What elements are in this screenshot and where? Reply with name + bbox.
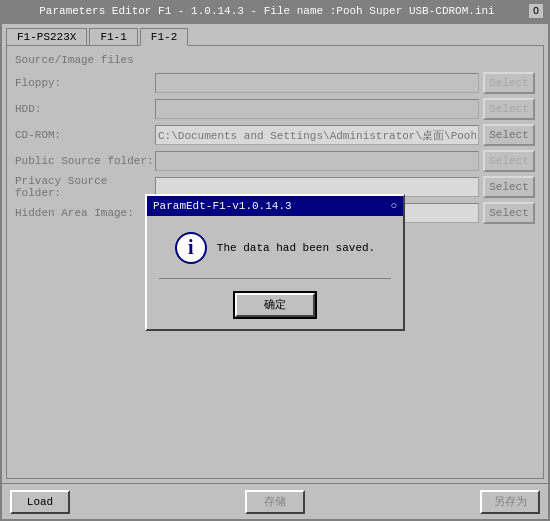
dialog-title-icon: ○ bbox=[390, 200, 397, 212]
save-as-button[interactable]: 另存为 bbox=[480, 490, 540, 514]
tab-f1-1[interactable]: F1-1 bbox=[89, 28, 137, 45]
dialog-message-row: i The data had been saved. bbox=[175, 232, 375, 264]
content-area: Source/Image files Floppy: Select HDD: S… bbox=[6, 45, 544, 479]
dialog-overlay: ParamEdt-F1-v1.0.14.3 ○ i The data had b… bbox=[7, 46, 543, 478]
close-button[interactable]: O bbox=[528, 3, 544, 19]
bottom-bar: Load 存储 另存为 bbox=[2, 483, 548, 519]
dialog-message: The data had been saved. bbox=[217, 242, 375, 254]
title-text: Parameters Editor F1 - 1.0.14.3 - File n… bbox=[6, 5, 528, 17]
dialog-title-text: ParamEdt-F1-v1.0.14.3 bbox=[153, 200, 292, 212]
dialog-title-bar: ParamEdt-F1-v1.0.14.3 ○ bbox=[147, 196, 403, 216]
load-button[interactable]: Load bbox=[10, 490, 70, 514]
save-button[interactable]: 存储 bbox=[245, 490, 305, 514]
info-icon: i bbox=[175, 232, 207, 264]
dialog-content: i The data had been saved. 确定 bbox=[147, 216, 403, 329]
main-window: F1-PS223X F1-1 F1-2 Source/Image files F… bbox=[0, 22, 550, 521]
dialog-ok-button[interactable]: 确定 bbox=[235, 293, 315, 317]
tab-f1-ps223x[interactable]: F1-PS223X bbox=[6, 28, 87, 45]
tab-bar: F1-PS223X F1-1 F1-2 bbox=[2, 24, 548, 45]
tab-f1-2[interactable]: F1-2 bbox=[140, 28, 188, 46]
title-bar: Parameters Editor F1 - 1.0.14.3 - File n… bbox=[0, 0, 550, 22]
dialog-buttons: 确定 bbox=[235, 293, 315, 317]
dialog-box: ParamEdt-F1-v1.0.14.3 ○ i The data had b… bbox=[145, 194, 405, 331]
dialog-separator bbox=[159, 278, 391, 279]
